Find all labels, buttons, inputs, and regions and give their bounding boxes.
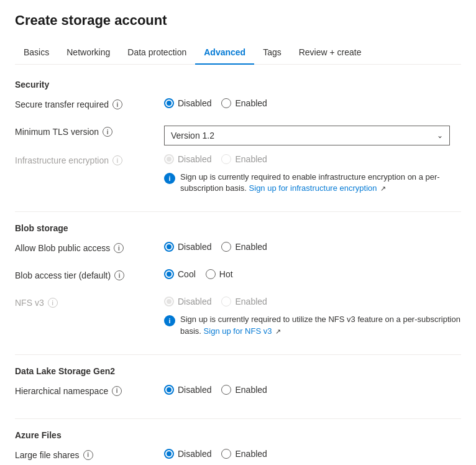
blob-public-access-info-icon[interactable]: i [114,243,124,253]
large-file-shares-row: Large file shares i Disabled Enabled [15,449,461,465]
nfs-v3-info-icon[interactable]: i [48,298,58,308]
blob-access-tier-hot-radio[interactable] [206,269,216,279]
tab-basics[interactable]: Basics [15,41,58,65]
blob-public-access-enabled-option[interactable]: Enabled [221,242,267,252]
secure-transfer-enabled-option[interactable]: Enabled [221,98,267,108]
infra-encryption-radio-group: Disabled Enabled [164,154,267,164]
hierarchical-namespace-enabled-option[interactable]: Enabled [221,385,267,395]
infra-encryption-enabled-option: Enabled [221,154,267,164]
nfs-v3-radio-group: Disabled Enabled [164,297,267,306]
tab-review-create[interactable]: Review + create [290,41,370,65]
azure-files-section: Azure Files Large file shares i Disabled… [15,430,461,465]
tls-dropdown-chevron-icon: ⌄ [437,131,443,140]
infra-encryption-signup-link[interactable]: Sign up for infrastructure encryption [249,183,377,193]
azure-files-title: Azure Files [15,430,461,440]
large-file-shares-control: Disabled Enabled [164,449,461,459]
blob-public-access-radio-group: Disabled Enabled [164,242,267,252]
secure-transfer-row: Secure transfer required i Disabled Enab… [15,98,461,117]
secure-transfer-info-icon[interactable]: i [112,99,122,109]
infra-encryption-info-box: i Sign up is currently required to enabl… [164,169,461,196]
blob-access-tier-label: Blob access tier (default) i [15,269,164,280]
blob-access-tier-info-icon[interactable]: i [114,270,124,280]
tab-tags[interactable]: Tags [254,41,290,65]
tls-version-dropdown[interactable]: Version 1.2 ⌄ [164,126,450,145]
hierarchical-namespace-enabled-radio[interactable] [221,385,231,395]
infra-encryption-info-text: Sign up is currently required to enable … [180,172,461,194]
hierarchical-namespace-info-icon[interactable]: i [112,386,122,396]
blob-public-access-control: Disabled Enabled [164,242,461,252]
blob-public-access-disabled-option[interactable]: Disabled [164,242,211,252]
page-title: Create storage account [15,12,461,29]
infra-encryption-control: Disabled Enabled i Sign up is currently … [164,154,461,196]
blob-public-access-label: Allow Blob public access i [15,242,164,253]
hierarchical-namespace-radio-group: Disabled Enabled [164,385,267,395]
hierarchical-namespace-disabled-option[interactable]: Disabled [164,385,211,395]
large-file-shares-enabled-radio[interactable] [221,449,231,459]
nfs-v3-info-box: i Sign up is currently required to utili… [164,311,461,339]
blob-access-tier-control: Cool Hot [164,269,461,279]
blob-public-access-enabled-radio[interactable] [221,242,231,252]
blob-storage-divider [15,354,461,355]
infra-encryption-enabled-radio [221,154,231,164]
tls-version-label: Minimum TLS version i [15,126,164,137]
data-lake-section: Data Lake Storage Gen2 Hierarchical name… [15,366,461,403]
nfs-v3-disabled-option: Disabled [164,297,211,306]
nfs-v3-row: NFS v3 i Disabled Enabled i Sign up is c… [15,297,461,339]
secure-transfer-control: Disabled Enabled [164,98,461,108]
blob-storage-title: Blob storage [15,223,461,233]
tls-version-info-icon[interactable]: i [103,127,112,137]
tab-networking[interactable]: Networking [58,41,119,65]
nfs-v3-disabled-radio [164,297,174,306]
infra-encryption-disabled-option: Disabled [164,154,211,164]
infra-encryption-row: Infrastructure encryption i Disabled Ena… [15,154,461,196]
data-lake-title: Data Lake Storage Gen2 [15,366,461,376]
tab-data-protection[interactable]: Data protection [119,41,195,65]
security-title: Security [15,80,461,90]
tab-bar: Basics Networking Data protection Advanc… [15,41,461,65]
tls-version-control: Version 1.2 ⌄ [164,126,461,145]
security-section: Security Secure transfer required i Disa… [15,80,461,196]
blob-access-tier-cool-option[interactable]: Cool [164,269,196,279]
secure-transfer-disabled-option[interactable]: Disabled [164,98,211,108]
blob-storage-section: Blob storage Allow Blob public access i … [15,223,461,339]
secure-transfer-enabled-radio[interactable] [221,98,231,108]
infra-info-circle-icon: i [164,173,175,184]
hierarchical-namespace-disabled-radio[interactable] [164,385,174,395]
large-file-shares-disabled-option[interactable]: Disabled [164,449,211,459]
nfs-v3-label: NFS v3 i [15,297,164,308]
blob-access-tier-cool-radio[interactable] [164,269,174,279]
large-file-shares-enabled-option[interactable]: Enabled [221,449,267,459]
secure-transfer-label: Secure transfer required i [15,98,164,109]
nfs-v3-control: Disabled Enabled i Sign up is currently … [164,297,461,339]
tab-advanced[interactable]: Advanced [195,41,254,65]
security-divider [15,211,461,212]
infra-encryption-external-icon: ↗ [380,184,386,193]
hierarchical-namespace-control: Disabled Enabled [164,385,461,395]
large-file-shares-label: Large file shares i [15,449,164,460]
large-file-shares-disabled-radio[interactable] [164,449,174,459]
blob-access-tier-radio-group: Cool Hot [164,269,233,279]
secure-transfer-disabled-radio[interactable] [164,98,174,108]
nfs-v3-enabled-radio [221,297,231,306]
infra-encryption-label: Infrastructure encryption i [15,154,164,165]
infra-encryption-disabled-radio [164,154,174,164]
blob-access-tier-row: Blob access tier (default) i Cool Hot [15,269,461,288]
large-file-shares-info-icon[interactable]: i [83,450,93,460]
blob-public-access-row: Allow Blob public access i Disabled Enab… [15,242,461,260]
blob-public-access-disabled-radio[interactable] [164,242,174,252]
nfs-v3-info-text: Sign up is currently required to utilize… [180,314,461,336]
hierarchical-namespace-row: Hierarchical namespace i Disabled Enable… [15,385,461,403]
hierarchical-namespace-label: Hierarchical namespace i [15,385,164,396]
large-file-shares-radio-group: Disabled Enabled [164,449,267,459]
nfs-v3-external-icon: ↗ [275,327,281,336]
secure-transfer-radio-group: Disabled Enabled [164,98,267,108]
nfs-v3-signup-link[interactable]: Sign up for NFS v3 [204,326,272,336]
infra-encryption-info-icon[interactable]: i [112,155,122,165]
nfs-v3-enabled-option: Enabled [221,297,267,306]
nfs-info-circle-icon: i [164,315,175,326]
blob-access-tier-hot-option[interactable]: Hot [206,269,233,279]
tls-version-row: Minimum TLS version i Version 1.2 ⌄ [15,126,461,145]
data-lake-divider [15,418,461,419]
